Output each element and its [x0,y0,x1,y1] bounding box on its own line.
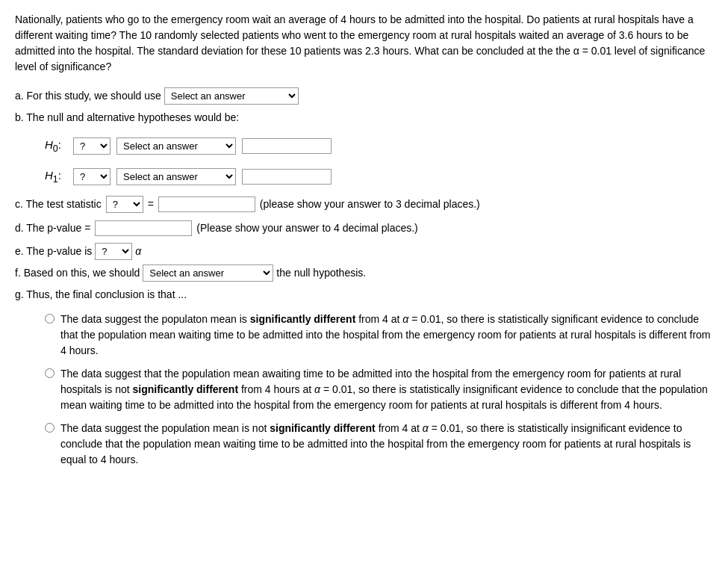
section-f: f. Based on this, we should Select an an… [15,264,713,282]
conclusion-select[interactable]: Select an answer reject fail to reject a… [143,264,273,282]
h1-label: H1: [45,165,67,188]
study-type-select[interactable]: Select an answer [164,87,299,105]
h1-answer-select[interactable]: Select an answer [116,168,236,185]
h1-value-input[interactable] [242,169,332,185]
p-value-comparison-select[interactable]: ? < > = [95,243,132,260]
section-c-hint: (please show your answer to 3 decimal pl… [260,195,480,214]
radio-option-1-text[interactable]: The data suggest the populaton mean is s… [60,312,713,359]
h1-operator-select[interactable]: ? = ≠ < > ≤ ≥ [73,168,111,185]
test-statistic-input[interactable] [158,196,255,212]
section-c: c. The test statistic ? t z = (please sh… [15,195,713,214]
h0-row: H0: ? = ≠ < > ≤ ≥ Select an answer [45,134,713,158]
section-e: e. The p-value is ? < > = α [15,242,713,261]
section-e-label: e. The p-value is [15,242,92,261]
radio-option-2-input[interactable] [45,368,55,378]
radio-option-1: The data suggest the populaton mean is s… [45,312,713,359]
radio-option-2-text[interactable]: The data suggest that the population mea… [60,366,713,413]
alpha-symbol: α [135,242,141,261]
radio-option-1-input[interactable] [45,314,55,324]
section-g-label: g. Thus, the final conclusion is that ..… [15,288,187,300]
h0-value-input[interactable] [242,138,332,154]
section-f-label2: the null hypothesis. [276,264,366,282]
h1-row: H1: ? = ≠ < > ≤ ≥ Select an answer [45,165,713,188]
section-c-label: c. The test statistic [15,195,102,214]
radio-option-3-input[interactable] [45,423,55,433]
h0-label: H0: [45,134,67,158]
radio-option-2: The data suggest that the population mea… [45,366,713,413]
section-d: d. The p-value = (Please show your answe… [15,219,713,238]
section-d-hint: (Please show your answer to 4 decimal pl… [196,219,417,238]
section-a-label: a. For this study, we should use [15,87,161,105]
intro-text: Nationally, patients who go to the emerg… [15,12,713,75]
h0-answer-select[interactable]: Select an answer [116,137,236,155]
section-g: g. Thus, the final conclusion is that ..… [15,285,713,304]
equals-sign: = [148,195,154,214]
radio-option-3-text[interactable]: The data suggest the population mean is … [60,421,713,468]
section-f-label1: f. Based on this, we should [15,264,140,282]
section-b-label: b. The null and alternative hypotheses w… [15,111,239,123]
section-d-label: d. The p-value = [15,219,90,238]
test-statistic-select[interactable]: ? t z [106,196,143,213]
radio-option-3: The data suggest the population mean is … [45,421,713,468]
h0-operator-select[interactable]: ? = ≠ < > ≤ ≥ [73,137,111,155]
p-value-input[interactable] [95,220,192,236]
